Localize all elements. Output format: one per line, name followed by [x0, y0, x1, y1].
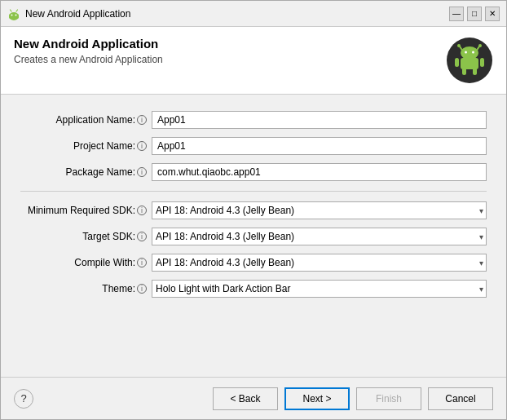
svg-point-3	[15, 14, 17, 15]
package-name-info-icon[interactable]: i	[137, 167, 147, 177]
target-sdk-label: Target SDK: i	[20, 231, 147, 242]
target-sdk-select-wrapper: API 18: Android 4.3 (Jelly Bean) API 17:…	[152, 228, 487, 245]
form-divider	[20, 191, 487, 192]
svg-rect-15	[455, 58, 459, 67]
min-sdk-label: Minimum Required SDK: i	[20, 205, 147, 216]
target-sdk-select[interactable]: API 18: Android 4.3 (Jelly Bean) API 17:…	[152, 228, 487, 245]
svg-point-9	[457, 44, 461, 47]
svg-rect-14	[461, 58, 478, 69]
theme-label: Theme: i	[20, 283, 147, 294]
svg-rect-18	[473, 68, 477, 75]
app-name-label: Application Name: i	[20, 114, 147, 126]
app-name-input[interactable]	[152, 111, 487, 129]
target-sdk-info-icon[interactable]: i	[137, 232, 147, 241]
title-bar-left: New Android Application	[7, 7, 130, 20]
android-logo	[446, 37, 493, 84]
footer: ? < Back Next > Finish Cancel	[1, 377, 506, 419]
svg-point-12	[465, 51, 467, 54]
title-bar-text: New Android Application	[25, 8, 130, 20]
title-bar: New Android Application — □ ✕	[1, 1, 506, 27]
svg-point-11	[461, 46, 478, 60]
content-area: Application Name: i Project Name: i Pack…	[1, 95, 506, 377]
help-button[interactable]: ?	[14, 389, 33, 409]
svg-rect-16	[480, 58, 484, 67]
page-subtitle: Creates a new Android Application	[14, 54, 163, 65]
footer-left: ?	[14, 389, 33, 409]
minimize-button[interactable]: —	[449, 7, 464, 21]
header-text: New Android Application Creates a new An…	[14, 37, 163, 65]
finish-button[interactable]: Finish	[356, 387, 421, 410]
app-name-group: Application Name: i	[20, 111, 487, 129]
compile-with-info-icon[interactable]: i	[137, 258, 147, 267]
title-bar-controls: — □ ✕	[449, 7, 500, 21]
package-name-group: Package Name: i	[20, 163, 487, 181]
package-name-label: Package Name: i	[20, 166, 147, 178]
svg-rect-17	[462, 68, 466, 75]
compile-with-group: Compile With: i API 18: Android 4.3 (Jel…	[20, 254, 487, 272]
theme-group: Theme: i Holo Light with Dark Action Bar…	[20, 280, 487, 298]
cancel-button[interactable]: Cancel	[428, 387, 493, 410]
app-name-info-icon[interactable]: i	[137, 115, 147, 125]
project-name-input[interactable]	[152, 137, 487, 155]
compile-with-label: Compile With: i	[20, 257, 147, 268]
theme-info-icon[interactable]: i	[137, 284, 147, 294]
back-button[interactable]: < Back	[213, 387, 278, 410]
svg-point-2	[11, 14, 13, 15]
main-window: New Android Application — □ ✕ New Androi…	[0, 0, 507, 420]
svg-rect-1	[9, 14, 19, 19]
footer-right: < Back Next > Finish Cancel	[213, 387, 493, 410]
header-area: New Android Application Creates a new An…	[1, 27, 506, 95]
min-sdk-select[interactable]: API 18: Android 4.3 (Jelly Bean) API 17:…	[152, 201, 487, 219]
compile-with-select-wrapper: API 18: Android 4.3 (Jelly Bean) API 17:…	[152, 254, 487, 272]
svg-point-10	[478, 44, 482, 47]
min-sdk-info-icon[interactable]: i	[137, 206, 147, 215]
project-name-label: Project Name: i	[20, 140, 147, 152]
svg-line-4	[11, 10, 12, 11]
theme-select-wrapper: Holo Light with Dark Action Bar Holo Lig…	[152, 280, 487, 298]
min-sdk-group: Minimum Required SDK: i API 18: Android …	[20, 201, 487, 219]
theme-select[interactable]: Holo Light with Dark Action Bar Holo Lig…	[152, 280, 487, 298]
window-icon	[7, 7, 20, 20]
target-sdk-group: Target SDK: i API 18: Android 4.3 (Jelly…	[20, 228, 487, 245]
min-sdk-select-wrapper: API 18: Android 4.3 (Jelly Bean) API 17:…	[152, 201, 487, 219]
package-name-input[interactable]	[152, 163, 487, 181]
close-button[interactable]: ✕	[485, 7, 500, 21]
svg-point-13	[472, 51, 474, 54]
project-name-info-icon[interactable]: i	[137, 141, 147, 151]
project-name-group: Project Name: i	[20, 137, 487, 155]
page-title: New Android Application	[14, 37, 163, 51]
next-button[interactable]: Next >	[284, 387, 350, 410]
maximize-button[interactable]: □	[467, 7, 482, 21]
compile-with-select[interactable]: API 18: Android 4.3 (Jelly Bean) API 17:…	[152, 254, 487, 272]
svg-line-5	[16, 10, 18, 11]
